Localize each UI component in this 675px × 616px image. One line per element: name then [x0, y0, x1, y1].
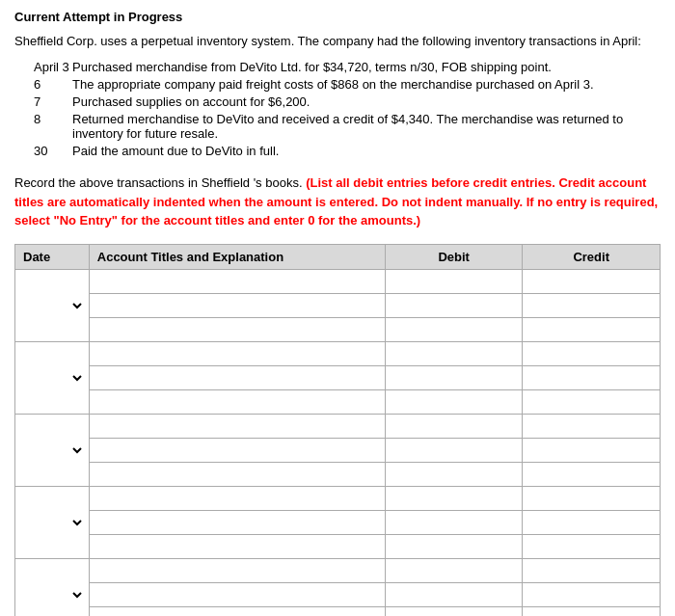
- credit-field-3a[interactable]: [526, 416, 656, 436]
- account-field-1b[interactable]: [94, 296, 381, 315]
- account-field-2c[interactable]: [94, 392, 381, 412]
- account-field-5a[interactable]: [94, 561, 381, 580]
- credit-field-1a[interactable]: [526, 272, 656, 291]
- account-input-1b[interactable]: [89, 293, 385, 317]
- credit-field-4c[interactable]: [526, 537, 656, 556]
- debit-field-4b[interactable]: [390, 513, 519, 532]
- debit-field-1b[interactable]: [390, 296, 519, 315]
- account-field-4c[interactable]: [94, 537, 381, 556]
- credit-cell-5c[interactable]: [523, 606, 661, 616]
- credit-field-4a[interactable]: [526, 489, 656, 508]
- debit-cell-4a[interactable]: [385, 486, 523, 510]
- account-input-3c[interactable]: [89, 462, 385, 486]
- credit-field-5c[interactable]: [526, 609, 656, 617]
- account-field-1c[interactable]: [94, 320, 381, 339]
- credit-field-3c[interactable]: [526, 465, 656, 484]
- credit-field-5a[interactable]: [526, 561, 656, 580]
- debit-field-4c[interactable]: [390, 537, 519, 556]
- debit-field-1a[interactable]: [390, 272, 519, 291]
- debit-field-2a[interactable]: [390, 344, 519, 363]
- credit-cell-3b[interactable]: [523, 438, 661, 462]
- debit-field-2c[interactable]: [390, 392, 519, 412]
- account-input-5c[interactable]: [89, 606, 385, 616]
- credit-cell-4b[interactable]: [523, 510, 661, 534]
- debit-cell-1a[interactable]: [385, 269, 523, 293]
- debit-cell-5b[interactable]: [385, 582, 523, 606]
- account-field-4a[interactable]: [94, 489, 381, 508]
- debit-field-5b[interactable]: [390, 585, 519, 604]
- account-input-5a[interactable]: [89, 558, 385, 582]
- debit-cell-2b[interactable]: [385, 365, 523, 389]
- account-field-5b[interactable]: [94, 585, 381, 604]
- debit-field-3a[interactable]: [390, 416, 519, 436]
- debit-cell-4b[interactable]: [385, 510, 523, 534]
- credit-field-3b[interactable]: [526, 441, 656, 460]
- date-cell-3[interactable]: 3 6 7 8 30: [15, 414, 90, 486]
- account-input-3a[interactable]: [89, 414, 385, 438]
- debit-cell-1b[interactable]: [385, 293, 523, 317]
- credit-cell-2b[interactable]: [523, 365, 661, 389]
- credit-cell-2c[interactable]: [523, 389, 661, 414]
- account-input-5b[interactable]: [89, 582, 385, 606]
- credit-cell-5b[interactable]: [523, 582, 661, 606]
- debit-field-5c[interactable]: [390, 609, 519, 617]
- debit-field-3c[interactable]: [390, 465, 519, 484]
- credit-cell-1a[interactable]: [523, 269, 661, 293]
- date-select-3[interactable]: 3 6 7 8 30: [19, 441, 85, 460]
- account-input-4a[interactable]: [89, 486, 385, 510]
- credit-field-4b[interactable]: [526, 513, 656, 532]
- account-field-3a[interactable]: [94, 416, 381, 436]
- credit-field-2b[interactable]: [526, 368, 656, 388]
- account-input-4b[interactable]: [89, 510, 385, 534]
- date-select-2[interactable]: 3 6 7 8 30: [19, 368, 85, 388]
- date-cell-2[interactable]: 3 6 7 8 30: [15, 341, 90, 414]
- credit-cell-1c[interactable]: [523, 317, 661, 341]
- account-field-3b[interactable]: [94, 441, 381, 460]
- debit-field-2b[interactable]: [390, 368, 519, 388]
- debit-cell-3b[interactable]: [385, 438, 523, 462]
- account-input-2c[interactable]: [89, 389, 385, 414]
- account-input-1c[interactable]: [89, 317, 385, 341]
- account-input-4c[interactable]: [89, 534, 385, 558]
- credit-cell-4a[interactable]: [523, 486, 661, 510]
- credit-field-2a[interactable]: [526, 344, 656, 363]
- account-field-2b[interactable]: [94, 368, 381, 388]
- debit-cell-2a[interactable]: [385, 341, 523, 365]
- debit-cell-3a[interactable]: [385, 414, 523, 438]
- account-field-3c[interactable]: [94, 465, 381, 484]
- date-select-5[interactable]: 3 6 7 8 30: [19, 585, 85, 604]
- account-input-1a[interactable]: [89, 269, 385, 293]
- credit-cell-3a[interactable]: [523, 414, 661, 438]
- debit-field-4a[interactable]: [390, 489, 519, 508]
- date-cell-4[interactable]: 3 6 7 8 30: [15, 486, 90, 558]
- credit-field-2c[interactable]: [526, 392, 656, 412]
- date-cell-1[interactable]: 3 6 7 8 30: [15, 269, 90, 341]
- debit-cell-4c[interactable]: [385, 534, 523, 558]
- account-input-3b[interactable]: [89, 438, 385, 462]
- date-select-1[interactable]: 3 6 7 8 30: [19, 296, 85, 315]
- credit-cell-2a[interactable]: [523, 341, 661, 365]
- credit-field-1c[interactable]: [526, 320, 656, 339]
- debit-field-1c[interactable]: [390, 320, 519, 339]
- debit-cell-1c[interactable]: [385, 317, 523, 341]
- credit-cell-4c[interactable]: [523, 534, 661, 558]
- debit-field-3b[interactable]: [390, 441, 519, 460]
- date-select-4[interactable]: 3 6 7 8 30: [19, 513, 85, 532]
- debit-cell-5a[interactable]: [385, 558, 523, 582]
- credit-cell-5a[interactable]: [523, 558, 661, 582]
- date-cell-5[interactable]: 3 6 7 8 30: [15, 558, 90, 616]
- account-field-4b[interactable]: [94, 513, 381, 532]
- debit-cell-3c[interactable]: [385, 462, 523, 486]
- credit-field-1b[interactable]: [526, 296, 656, 315]
- account-input-2b[interactable]: [89, 365, 385, 389]
- credit-cell-3c[interactable]: [523, 462, 661, 486]
- account-field-1a[interactable]: [94, 272, 381, 291]
- account-field-5c[interactable]: [94, 609, 381, 617]
- debit-field-5a[interactable]: [390, 561, 519, 580]
- credit-cell-1b[interactable]: [523, 293, 661, 317]
- debit-cell-2c[interactable]: [385, 389, 523, 414]
- account-field-2a[interactable]: [94, 344, 381, 363]
- credit-field-5b[interactable]: [526, 585, 656, 604]
- account-input-2a[interactable]: [89, 341, 385, 365]
- debit-cell-5c[interactable]: [385, 606, 523, 616]
